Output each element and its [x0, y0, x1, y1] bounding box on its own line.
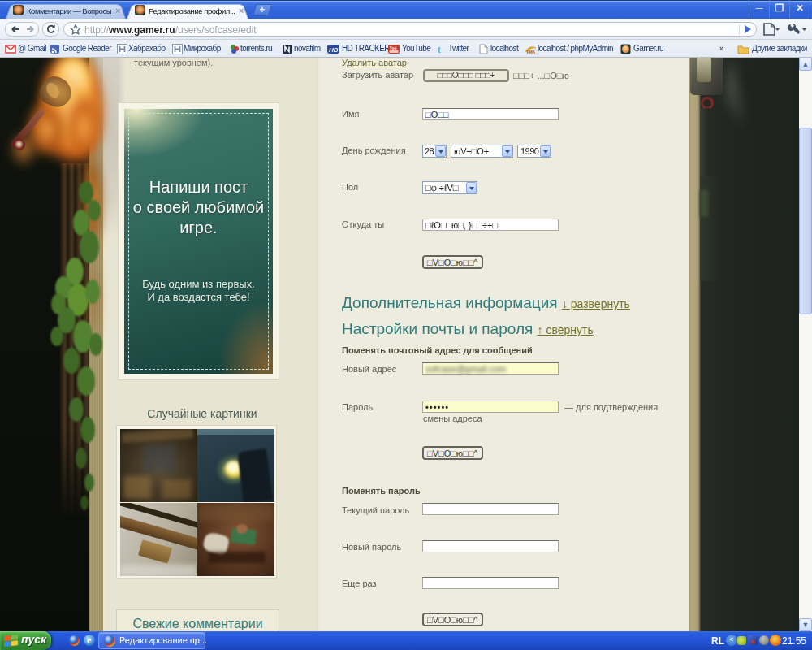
svg-text:t: t	[438, 44, 441, 54]
svg-text:HD: HD	[329, 46, 339, 54]
svg-text:PMA: PMA	[527, 50, 536, 54]
svg-text:You: You	[390, 46, 397, 50]
